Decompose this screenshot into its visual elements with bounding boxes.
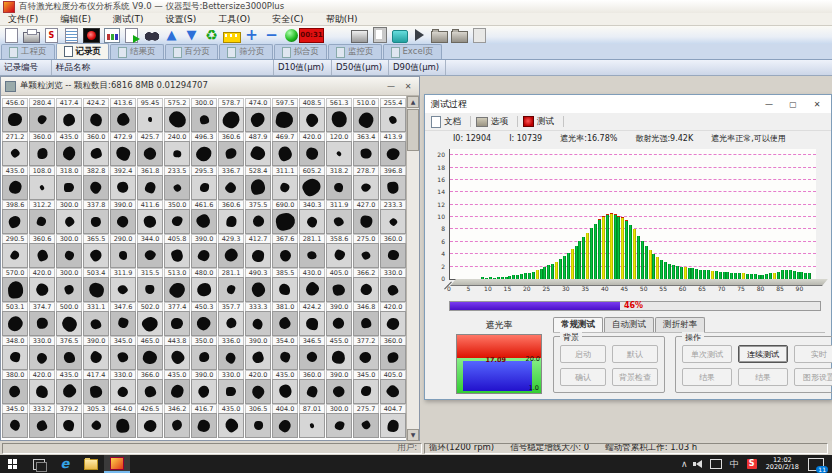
particle-cell[interactable]: 281.1 (299, 234, 325, 268)
particle-cell[interactable]: 300.0 (56, 200, 82, 234)
particle-cell[interactable]: 429.3 (218, 234, 244, 268)
tab-Excel页[interactable]: Excel页 (383, 44, 442, 59)
particle-cell[interactable]: 425.7 (137, 132, 163, 166)
sphere-icon[interactable] (282, 27, 301, 44)
chart-icon[interactable] (102, 27, 121, 44)
page-gray-icon[interactable] (470, 27, 489, 44)
particle-cell[interactable]: 480.0 (191, 268, 217, 302)
particle-cell[interactable]: 363.4 (353, 132, 379, 166)
particle-cell[interactable]: 330.0 (110, 370, 136, 404)
particle-cell[interactable]: 360.6 (218, 132, 244, 166)
particle-cell[interactable]: 420.0 (29, 370, 55, 404)
timer-badge[interactable]: 00:31 (302, 27, 321, 44)
particle-cell[interactable]: 344.0 (137, 234, 163, 268)
particle-cell[interactable]: 380.0 (2, 370, 28, 404)
particle-cell[interactable]: 345.0 (2, 404, 28, 438)
particle-cell[interactable]: 374.7 (29, 302, 55, 336)
particle-cell[interactable]: 300.0 (56, 268, 82, 302)
particle-cell[interactable]: 390.0 (326, 302, 352, 336)
particle-cell[interactable]: 290.0 (110, 234, 136, 268)
particle-cell[interactable]: 427.0 (353, 200, 379, 234)
particle-cell[interactable]: 450.3 (191, 302, 217, 336)
particle-cell[interactable]: 95.45 (137, 98, 163, 132)
minus-icon[interactable]: − (262, 27, 281, 44)
particle-cell[interactable]: 346.5 (299, 336, 325, 370)
menu-item[interactable]: 工具(O) (210, 13, 264, 26)
down-arrow-icon[interactable]: ▼ (182, 27, 201, 44)
particle-cell[interactable]: 379.2 (56, 404, 82, 438)
particle-cell[interactable]: 528.4 (245, 166, 271, 200)
particle-cell[interactable]: 503.1 (2, 302, 28, 336)
particle-cell[interactable]: 333.3 (245, 302, 271, 336)
particle-cell[interactable]: 420.0 (29, 268, 55, 302)
tray-chevron-icon[interactable]: ∧ (681, 459, 688, 469)
particle-cell[interactable]: 376.5 (56, 336, 82, 370)
particle-cell[interactable]: 295.3 (191, 166, 217, 200)
disk-icon[interactable] (390, 27, 409, 44)
particle-cell[interactable]: 347.6 (110, 302, 136, 336)
recycle-icon[interactable]: ♻ (202, 27, 221, 44)
menu-item[interactable]: 设置(S) (157, 13, 210, 26)
tab-记录页[interactable]: 记录页 (56, 43, 110, 59)
close-icon[interactable]: ✕ (401, 80, 415, 92)
button-结果[interactable]: 结果 (682, 368, 732, 386)
particle-cell[interactable]: 280.4 (29, 98, 55, 132)
minimize-icon[interactable]: — (761, 97, 777, 111)
particle-cell[interactable]: 358.6 (326, 234, 352, 268)
clipboard-icon[interactable] (370, 27, 389, 44)
sogou-icon[interactable]: S (747, 459, 757, 469)
particle-cell[interactable]: 561.3 (326, 98, 352, 132)
play-icon[interactable] (410, 27, 429, 44)
particle-cell[interactable]: 375.5 (245, 200, 271, 234)
particle-cell[interactable]: 472.9 (110, 132, 136, 166)
particle-cell[interactable]: 367.6 (272, 234, 298, 268)
particle-cell[interactable]: 570.0 (2, 268, 28, 302)
button-图形设置[interactable]: 图形设置 (794, 368, 832, 386)
particle-cell[interactable]: 412.7 (245, 234, 271, 268)
particle-cell[interactable]: 331.1 (83, 302, 109, 336)
particle-cell[interactable]: 330.0 (218, 370, 244, 404)
particle-cell[interactable]: 513.0 (164, 268, 190, 302)
particle-cell[interactable]: 354.0 (272, 336, 298, 370)
particle-cell[interactable]: 306.5 (245, 404, 271, 438)
particle-cell[interactable]: 360.0 (29, 132, 55, 166)
tw-tool-选项[interactable]: 选项 (476, 116, 508, 128)
tab-监控页[interactable]: 监控页 (328, 44, 382, 59)
test-window-titlebar[interactable]: 测试过程 — ▢ ✕ (425, 95, 831, 113)
particle-cell[interactable]: 413.6 (110, 98, 136, 132)
button-背景检查[interactable]: 背景检查 (612, 368, 658, 386)
edge-button[interactable]: e (52, 455, 78, 473)
particle-cell[interactable]: 275.7 (353, 404, 379, 438)
particle-cell[interactable]: 366.2 (353, 268, 379, 302)
particle-cell[interactable]: 365.5 (83, 234, 109, 268)
menu-item[interactable]: 测试(T) (105, 13, 158, 26)
particle-cell[interactable]: 336.0 (218, 336, 244, 370)
menu-item[interactable]: 编辑(E) (52, 13, 105, 26)
monitor-icon[interactable] (710, 459, 722, 469)
particle-cell[interactable]: 469.7 (272, 132, 298, 166)
particle-cell[interactable]: 435.0 (164, 370, 190, 404)
particle-cell[interactable]: 290.5 (2, 234, 28, 268)
particle-cell[interactable]: 474.0 (245, 98, 271, 132)
particle-cell[interactable]: 405.8 (164, 234, 190, 268)
particle-cell[interactable]: 416.7 (191, 404, 217, 438)
particle-cell[interactable]: 300.0 (326, 404, 352, 438)
bettersize-app-button[interactable] (104, 455, 130, 473)
particle-cell[interactable]: 435.0 (2, 166, 28, 200)
button-单次测试[interactable]: 单次测试 (682, 345, 732, 363)
print-icon[interactable] (22, 27, 41, 44)
particle-cell[interactable]: 455.0 (326, 336, 352, 370)
particle-cell[interactable]: 578.7 (218, 98, 244, 132)
particle-cell[interactable]: 300.0 (191, 98, 217, 132)
particle-cell[interactable]: 377.2 (353, 336, 379, 370)
folder2-icon[interactable] (450, 27, 469, 44)
button-实时[interactable]: 实时 (794, 345, 832, 363)
binoculars-icon[interactable] (142, 27, 161, 44)
particle-cell[interactable]: 424.2 (299, 302, 325, 336)
particle-cell[interactable]: 300.0 (56, 234, 82, 268)
particle-cell[interactable]: 417.4 (83, 370, 109, 404)
particle-cell[interactable]: 311.9 (110, 268, 136, 302)
copier-icon[interactable] (350, 27, 369, 44)
particle-cell[interactable]: 413.9 (380, 132, 406, 166)
particle-cell[interactable]: 357.7 (218, 302, 244, 336)
